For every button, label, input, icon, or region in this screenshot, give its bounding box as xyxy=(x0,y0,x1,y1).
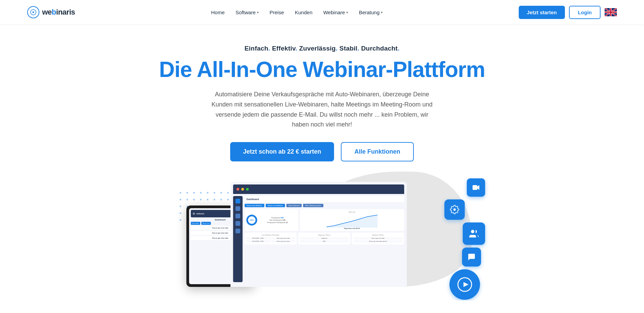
logo-text: webinaris xyxy=(42,8,75,17)
nav-actions: Jetzt starten Login xyxy=(519,6,617,19)
dot-item xyxy=(180,206,181,207)
traffic-light-red xyxy=(236,188,239,191)
hero-cta-outline[interactable]: Alle Funktionen xyxy=(341,142,414,161)
dot-item xyxy=(214,199,215,200)
login-button[interactable]: Login xyxy=(569,6,601,19)
traffic-light-yellow xyxy=(241,188,244,191)
svg-marker-7 xyxy=(463,282,468,287)
mockup-top-bar xyxy=(233,184,404,194)
dot-item xyxy=(207,199,208,200)
mockup-screen: Dashboard Neues Auto-Webinar Neues Live-… xyxy=(230,182,407,287)
dot-item xyxy=(220,192,222,194)
float-settings-icon xyxy=(444,199,465,220)
table-row-1: 24.02.2020 - 10:00 How to get more data xyxy=(246,237,295,239)
logo[interactable]: webinaris xyxy=(27,6,75,18)
mockup-chart-card: Sign ups Registration total 50.47 xyxy=(300,209,404,231)
tablet-btn-1: Neues Auto xyxy=(191,222,201,225)
dot-item xyxy=(193,192,195,194)
nav-webinare[interactable]: Webinare ▾ xyxy=(323,9,348,15)
mockup-action-auto: Neues Auto-Webinar xyxy=(244,204,264,207)
dot-item xyxy=(180,212,181,214)
dot-item xyxy=(180,199,181,200)
svg-point-5 xyxy=(471,230,474,233)
hero-title: Die All-In-One Webinar-Plattform xyxy=(14,58,630,81)
dot-item xyxy=(180,192,181,194)
nav-beratung[interactable]: Beratung ▾ xyxy=(359,9,383,15)
mockup-content: Dashboard Neues Auto-Webinar Neues Live-… xyxy=(233,196,404,282)
float-chat-icon xyxy=(462,248,481,267)
chevron-down-icon-2: ▾ xyxy=(346,11,348,14)
hero-buttons: Jetzt schon ab 22 € starten Alle Funktio… xyxy=(14,142,630,161)
hero-cta-primary[interactable]: Jetzt schon ab 22 € starten xyxy=(230,142,334,161)
signups-chart xyxy=(301,214,402,228)
registrations-donut: 1204 xyxy=(246,215,257,226)
hero-subtitle: Automatisiere Deine Verkaufsgespräche mi… xyxy=(207,90,438,130)
svg-marker-1 xyxy=(33,11,35,13)
mockup-col-webinar: Webinar-ToDos How to get more data How t… xyxy=(352,233,404,244)
mockup-title-bar: Dashboard xyxy=(244,196,404,202)
svg-rect-4 xyxy=(473,185,477,190)
mockup-main: Dashboard Neues Auto-Webinar Neues Live-… xyxy=(244,196,404,282)
float-video-icon xyxy=(467,178,485,197)
nav-kunden[interactable]: Kunden xyxy=(295,9,313,15)
prospective-row: Prospective Participants 15 xyxy=(258,221,296,223)
jetzt-starten-button[interactable]: Jetzt starten xyxy=(519,6,565,19)
dot-item xyxy=(200,192,202,194)
dot-item xyxy=(180,219,181,221)
sidebar-icon-3 xyxy=(235,214,240,218)
hero-tagline: Einfach. Effektiv. Zuverlässig. Stabil. … xyxy=(14,45,630,52)
hero-section: Einfach. Effektiv. Zuverlässig. Stabil. … xyxy=(0,24,644,300)
tablet-btn-2: Neues Live xyxy=(201,222,211,225)
nav-software[interactable]: Software ▾ xyxy=(236,9,259,15)
registrations-total: Registration total 50.475 xyxy=(301,228,402,229)
table-row-2: 24.02.2020 - 10:00 How to get more dem xyxy=(246,240,295,242)
sidebar-icon-2 xyxy=(235,206,240,211)
non-participants-row: Non-Participants 248 xyxy=(258,219,296,221)
navbar: webinaris Home Software ▾ Preise Kunden … xyxy=(0,0,644,24)
table-row-4: KEV xyxy=(299,240,349,242)
dot-item xyxy=(200,199,202,200)
dot-item xyxy=(186,199,188,200)
chevron-down-icon: ▾ xyxy=(257,11,259,14)
chevron-down-icon-3: ▾ xyxy=(381,11,383,14)
dot-item xyxy=(227,192,229,194)
mockup-action-meeting: Web. Meeting starten xyxy=(303,204,323,207)
tablet-logo: webinaris xyxy=(197,213,204,215)
dot-item xyxy=(186,192,188,194)
language-flag[interactable] xyxy=(605,8,617,17)
mockup-sidebar xyxy=(233,196,242,282)
table-row-5: How to get more data xyxy=(353,237,403,239)
mockup-registrations-card: 1204 Participants 858 Non-Participants xyxy=(244,209,298,231)
mockup-action-live: Neues Live-Webinar xyxy=(265,204,285,207)
mockup-stat-info: Participants 858 Non-Participants 248 Pr… xyxy=(258,217,296,224)
table-row-3: Legal text xyxy=(299,237,349,239)
participants-row: Participants 858 xyxy=(258,217,296,219)
dot-item xyxy=(220,199,222,200)
mockup-action-bar: Neues Auto-Webinar Neues Live-Webinar Te… xyxy=(244,204,404,207)
float-users-icon xyxy=(463,222,485,245)
dot-item xyxy=(207,192,208,194)
mockup-dashboard-title: Dashboard xyxy=(246,198,259,200)
dashboard-mockup: Dashboard Neues Auto-Webinar Neues Live-… xyxy=(230,182,407,287)
svg-marker-3 xyxy=(327,215,378,228)
tablet-dot xyxy=(193,213,195,215)
sidebar-icon-1 xyxy=(235,199,240,203)
mockup-table: Live Webinar Reminder 24.02.2020 - 10:00… xyxy=(244,233,404,244)
mockup-stats: 1204 Participants 858 Non-Participants xyxy=(244,209,404,231)
floating-icons xyxy=(444,178,485,300)
table-row-6: How to get more data with ad xyxy=(353,240,403,242)
sidebar-icon-4 xyxy=(235,221,240,226)
dot-item xyxy=(214,192,215,194)
mockup-col-beginner: Beginner-ToDos Legal text KEV xyxy=(298,233,350,244)
traffic-light-green xyxy=(246,188,249,191)
dot-item xyxy=(227,199,229,200)
float-play-icon xyxy=(449,269,480,300)
mockup-action-team: Team betreuen xyxy=(286,204,301,207)
dot-item xyxy=(193,199,195,200)
nav-home[interactable]: Home xyxy=(211,9,225,15)
sidebar-icon-5 xyxy=(235,229,240,233)
nav-links: Home Software ▾ Preise Kunden Webinare ▾… xyxy=(211,9,383,15)
logo-icon xyxy=(27,6,39,18)
nav-preise[interactable]: Preise xyxy=(270,9,284,15)
mockup-col-live: Live Webinar Reminder 24.02.2020 - 10:00… xyxy=(244,233,296,244)
